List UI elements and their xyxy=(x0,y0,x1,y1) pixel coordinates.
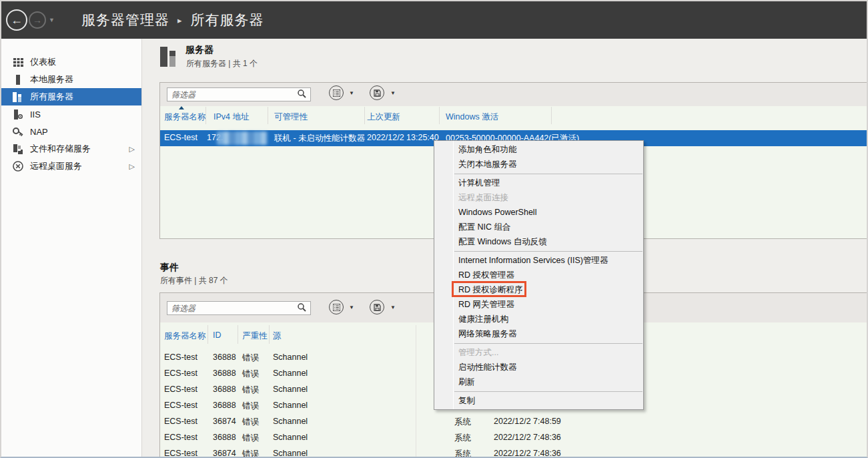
events-filter-box xyxy=(167,301,311,315)
sidebar-item-dashboard[interactable]: 仪表板 xyxy=(1,53,141,71)
expand-arrow-icon[interactable]: ▷ xyxy=(129,145,135,154)
column-header-severity[interactable]: 严重性 xyxy=(242,330,268,342)
column-header-manageability[interactable]: 可管理性 xyxy=(274,111,308,123)
dashboard-icon xyxy=(11,58,25,67)
menu-item-add-roles-features[interactable]: 添加角色和功能 xyxy=(434,142,643,157)
nav-history-dropdown[interactable]: ▼ xyxy=(49,17,55,23)
app-title: 服务器管理器 xyxy=(81,11,169,29)
menu-item-manage-as: 管理方式... xyxy=(434,345,643,360)
column-divider xyxy=(268,107,268,124)
menu-item-configure-nic-teaming[interactable]: 配置 NIC 组合 xyxy=(434,220,643,234)
column-header-last-update[interactable]: 上次更新 xyxy=(367,111,400,123)
event-severity-cell: 错误 xyxy=(242,353,259,364)
nap-key-icon xyxy=(11,128,25,136)
save-query-button[interactable] xyxy=(370,300,384,314)
column-divider xyxy=(269,325,270,344)
saved-queries-button[interactable] xyxy=(329,85,344,100)
menu-item-remote-desktop-connection: 远程桌面连接 xyxy=(434,190,643,205)
chevron-down-icon[interactable]: ▼ xyxy=(390,90,396,96)
remote-desktop-icon xyxy=(11,161,25,172)
expand-arrow-icon[interactable]: ▷ xyxy=(129,162,135,171)
event-severity-cell: 错误 xyxy=(242,369,259,380)
forward-button[interactable]: → xyxy=(29,11,46,29)
menu-item-health-registration-authority[interactable]: 健康注册机构 xyxy=(434,312,643,326)
save-query-button[interactable] xyxy=(370,85,384,100)
menu-item-windows-powershell[interactable]: Windows PowerShell xyxy=(434,205,643,220)
servers-toolbar: ▼ ▼ xyxy=(160,83,867,106)
event-time-cell: 2022/12/2 7:48:36 xyxy=(494,433,561,442)
sidebar-nav: 仪表板 本地服务器 所有服务器 IIS NAP xyxy=(1,39,142,458)
iis-icon xyxy=(11,109,25,120)
column-header-server-name[interactable]: 服务器名称 xyxy=(164,111,206,123)
menu-item-network-policy-server[interactable]: 网络策略服务器 xyxy=(434,326,643,341)
event-server-cell: ECS-test xyxy=(164,385,197,394)
sidebar-item-label: 本地服务器 xyxy=(30,73,73,85)
event-severity-cell: 错误 xyxy=(242,433,259,444)
events-panel-title: 事件 xyxy=(160,262,179,274)
column-header-windows-activation[interactable]: Windows 激活 xyxy=(446,111,498,123)
menu-item-rd-licensing-manager[interactable]: RD 授权管理器 xyxy=(434,268,643,282)
menu-item-iis-manager[interactable]: Internet Information Services (IIS)管理器 xyxy=(434,253,643,268)
events-filter-input[interactable] xyxy=(167,304,298,313)
list-icon xyxy=(333,89,340,97)
saved-queries-button[interactable] xyxy=(329,300,344,314)
server-context-menu: 添加角色和功能 关闭本地服务器 计算机管理 远程桌面连接 Windows Pow… xyxy=(434,140,644,410)
servers-tile-icon xyxy=(160,47,179,69)
list-icon xyxy=(333,304,340,311)
column-header-server-name[interactable]: 服务器名称 xyxy=(164,330,206,342)
sidebar-item-iis[interactable]: IIS xyxy=(1,105,141,123)
chevron-down-icon[interactable]: ▼ xyxy=(390,304,396,310)
event-source-cell: Schannel xyxy=(273,353,308,362)
event-source-cell: Schannel xyxy=(273,417,308,426)
column-divider xyxy=(364,107,365,124)
menu-item-start-performance-counters[interactable]: 启动性能计数器 xyxy=(434,360,643,375)
servers-filter-input[interactable] xyxy=(167,90,298,99)
sidebar-item-remote-desktop-services[interactable]: 远程桌面服务 ▷ xyxy=(1,158,141,175)
event-row[interactable]: ECS-test 36874 错误 Schannel 系统 2022/12/2 … xyxy=(160,446,867,458)
menu-item-shutdown-local-server[interactable]: 关闭本地服务器 xyxy=(434,157,643,172)
event-server-cell: ECS-test xyxy=(164,449,197,458)
sidebar-item-file-storage-services[interactable]: 文件和存储服务 ▷ xyxy=(1,140,141,158)
event-id-cell: 36888 xyxy=(213,369,236,378)
event-log-cell: 系统 xyxy=(454,449,471,458)
menu-item-configure-windows-feedback[interactable]: 配置 Windows 自动反馈 xyxy=(434,234,643,249)
title-bar: ← → ▼ 服务器管理器 ▸ 所有服务器 xyxy=(1,1,867,39)
event-server-cell: ECS-test xyxy=(164,433,197,442)
servers-filter-box xyxy=(167,87,311,101)
event-severity-cell: 错误 xyxy=(242,385,259,396)
event-severity-cell: 错误 xyxy=(242,417,259,428)
server-name-cell: ECS-test xyxy=(164,133,197,142)
event-id-cell: 36888 xyxy=(213,385,236,394)
event-id-cell: 36874 xyxy=(213,449,236,458)
column-header-source[interactable]: 源 xyxy=(273,330,282,342)
menu-item-computer-management[interactable]: 计算机管理 xyxy=(434,176,643,190)
chevron-down-icon[interactable]: ▼ xyxy=(349,90,354,96)
server-manager-window: ← → ▼ 服务器管理器 ▸ 所有服务器 仪表板 本地服务器 xyxy=(0,0,868,458)
sidebar-item-nap[interactable]: NAP xyxy=(1,123,141,140)
file-storage-icon xyxy=(11,144,25,154)
event-id-cell: 36874 xyxy=(213,417,236,426)
column-divider xyxy=(238,325,238,344)
column-header-ipv4[interactable]: IPv4 地址 xyxy=(213,111,250,123)
event-row[interactable]: ECS-test 36874 错误 Schannel 系统 2022/12/2 … xyxy=(160,414,867,430)
event-server-cell: ECS-test xyxy=(164,369,197,378)
server-last-update-cell: 2022/12/2 13:25:40 xyxy=(367,133,439,142)
event-id-cell: 36888 xyxy=(213,401,236,410)
back-arrow-icon: ← xyxy=(11,14,23,26)
breadcrumb-current-page: 所有服务器 xyxy=(190,11,264,29)
back-button[interactable]: ← xyxy=(6,9,27,31)
sidebar-item-local-server[interactable]: 本地服务器 xyxy=(1,71,141,88)
event-row[interactable]: ECS-test 36888 错误 Schannel 系统 2022/12/2 … xyxy=(160,430,867,446)
sidebar-item-label: 远程桌面服务 xyxy=(30,160,82,172)
column-header-id[interactable]: ID xyxy=(213,330,222,340)
search-icon xyxy=(298,303,306,314)
menu-item-rd-licensing-diagnoser[interactable]: RD 授权诊断程序 xyxy=(434,282,643,297)
event-server-cell: ECS-test xyxy=(164,401,197,410)
menu-item-refresh[interactable]: 刷新 xyxy=(434,375,643,389)
event-source-cell: Schannel xyxy=(273,369,308,378)
sidebar-item-all-servers[interactable]: 所有服务器 xyxy=(1,88,141,105)
chevron-down-icon[interactable]: ▼ xyxy=(349,304,354,310)
menu-item-copy[interactable]: 复制 xyxy=(434,393,643,408)
menu-item-rd-gateway-manager[interactable]: RD 网关管理器 xyxy=(434,297,643,312)
event-severity-cell: 错误 xyxy=(242,401,259,412)
